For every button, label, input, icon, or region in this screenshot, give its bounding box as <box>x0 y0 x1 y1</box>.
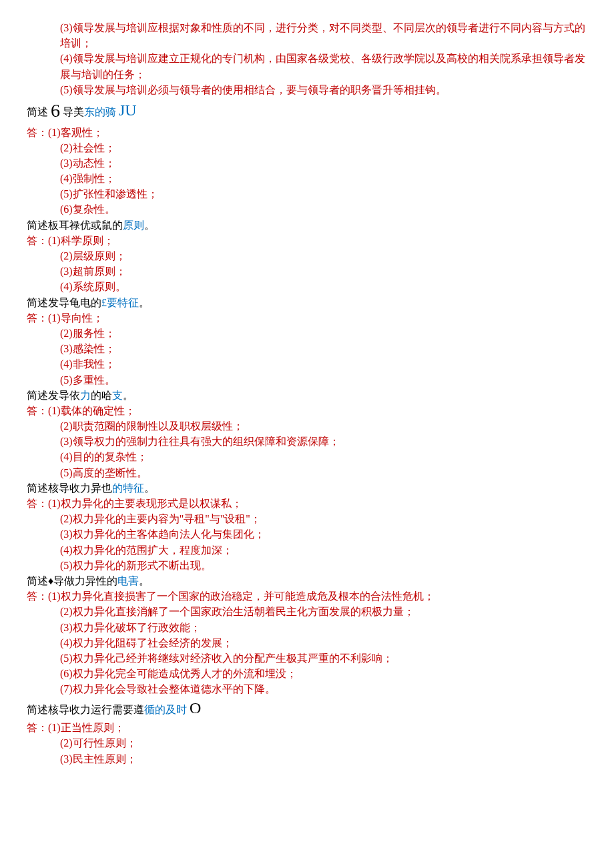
q7-title-blue: 循的及时 <box>144 704 190 715</box>
intro-p5: (5)领导发展与培训必须与领导者的使用相结合，要与领导者的职务晋升等相挂钩。 <box>27 82 587 97</box>
q4-title-blue2: 支 <box>112 390 123 401</box>
q3-item-5: (5)多重性。 <box>27 372 587 388</box>
q4-title: 简述发导依力的哈支。 <box>27 388 587 403</box>
q4-title-blue1: 力 <box>80 390 91 401</box>
q2-title-end: 。 <box>144 220 155 231</box>
q3-title: 简述发导龟电的£要特征。 <box>27 295 587 310</box>
q2-answer-line1: 答：(1)科学原则； <box>27 233 587 248</box>
q1-item-1: (1)客观性； <box>48 127 103 138</box>
q6-item-5: (5)权力异化己经并将继续对经济收入的分配产生极其严重的不利影响； <box>27 650 587 666</box>
q1-answer-line1: 答：(1)客观性； <box>27 125 587 140</box>
q3-title-end: 。 <box>139 297 149 308</box>
q5-item-3: (3)权力异化的主客体趋向法人化与集团化； <box>27 526 587 542</box>
q3-title-black: 简述发导龟电的 <box>27 297 101 308</box>
q7-title-black: 简述核导收力运行需要遵 <box>27 704 144 715</box>
q1-title: 简述 6 导美东的骑 JU <box>27 97 587 125</box>
q7-item-3: (3)民主性原则； <box>27 751 587 767</box>
q5-item-5: (5)权力异化的新形式不断出现。 <box>27 558 587 573</box>
q6-item-7: (7)权力异化会导致社会整体道德水平的下降。 <box>27 681 587 697</box>
answer-label: 答： <box>27 722 48 733</box>
q3-item-3: (3)感染性； <box>27 341 587 356</box>
q7-title: 简述核导收力运行需要遵循的及时 O <box>27 697 587 720</box>
q1-item-3: (3)动态性； <box>27 155 587 171</box>
q4-item-3: (3)领导权力的强制力往往具有强大的组织保障和资源保障； <box>27 434 587 449</box>
q1-item-5: (5)扩张性和渗透性； <box>27 186 587 201</box>
q1-title-big: 6 <box>51 100 60 121</box>
q1-title-blue: 东的骑 <box>84 106 119 117</box>
q1-item-2: (2)社会性； <box>27 140 587 155</box>
q5-item-4: (4)权力异化的范围扩大，程度加深； <box>27 542 587 558</box>
q6-title-blue: 电害 <box>117 575 139 586</box>
q4-title-b2: 的哈 <box>91 390 112 401</box>
q2-title-blue: 原则 <box>123 220 144 231</box>
intro-p4: (4)领导发展与培训应建立正规化的专门机构，由国家各级党校、各级行政学院以及高校… <box>27 51 587 81</box>
answer-label: 答： <box>27 235 48 246</box>
q2-item-1: (1)科学原则； <box>48 235 114 246</box>
q5-title-end: 。 <box>144 482 155 494</box>
intro-p3: (3)领导发展与培训应根据对象和性质的不同，进行分类，对不同类型、不同层次的领导… <box>27 20 587 51</box>
q6-answer-line1: 答：(1)权力异化直接损害了一个国家的政治稳定，并可能造成危及根本的合法性危机； <box>27 588 587 604</box>
q4-item-2: (2)职责范圈的限制性以及职权层级性； <box>27 418 587 434</box>
q5-title: 简述核导收力异也的特征。 <box>27 480 587 496</box>
q3-item-2: (2)服务性； <box>27 326 587 341</box>
q2-title: 简述板耳禄优或鼠的原则。 <box>27 218 587 233</box>
q3-answer-line1: 答：(1)导向性； <box>27 310 587 326</box>
answer-label: 答： <box>27 127 48 138</box>
q7-item-2: (2)可行性原则； <box>27 735 587 751</box>
q6-item-2: (2)权力异化直接消解了一个国家政治生活朝着民主化方面发展的积极力量； <box>27 604 587 619</box>
q1-title-ju: JU <box>119 101 137 119</box>
q5-title-blue: 的特征 <box>112 482 144 494</box>
answer-label: 答： <box>27 312 48 324</box>
q2-item-3: (3)超前原则； <box>27 264 587 279</box>
q7-item-1: (1)正当性原则； <box>48 722 125 733</box>
q6-item-3: (3)权力异化破坏了行政效能； <box>27 620 587 635</box>
q6-title-end: 。 <box>139 575 149 586</box>
q5-answer-line1: 答：(1)权力异化的主要表现形式是以权谋私； <box>27 496 587 511</box>
answer-label: 答： <box>27 590 48 602</box>
q1-item-4: (4)强制性； <box>27 171 587 186</box>
q4-title-end: 。 <box>123 390 133 401</box>
q6-item-6: (6)权力异化完全可能造成优秀人才的外流和埋没； <box>27 666 587 681</box>
q5-item-1: (1)权力异化的主要表现形式是以权谋私； <box>48 498 242 509</box>
q3-item-4: (4)非我性； <box>27 356 587 372</box>
q2-item-2: (2)层级原则； <box>27 248 587 264</box>
q4-title-b1: 简述发导依 <box>27 390 80 401</box>
q4-answer-line1: 答：(1)载体的确定性； <box>27 403 587 418</box>
answer-label: 答： <box>27 405 48 416</box>
q5-item-2: (2)权力异化的主要内容为"寻租"与"设租"； <box>27 511 587 526</box>
q1-item-6: (6)复杂性。 <box>27 201 587 217</box>
answer-label: 答： <box>27 498 48 509</box>
q1-title-pre: 简述 <box>27 106 51 117</box>
q6-title-black: 简述♦导做力异性的 <box>27 575 117 586</box>
q4-item-5: (5)高度的垄断性。 <box>27 465 587 480</box>
q3-item-1: (1)导向性； <box>48 312 103 324</box>
q6-title: 简述♦导做力异性的电害。 <box>27 573 587 588</box>
q7-answer-line1: 答：(1)正当性原则； <box>27 720 587 735</box>
q2-item-4: (4)系统原则。 <box>27 279 587 294</box>
q6-item-4: (4)权力异化阻碍了社会经济的发展； <box>27 635 587 650</box>
q1-title-mid: 导美 <box>60 106 84 117</box>
q4-item-4: (4)目的的复杂性； <box>27 449 587 464</box>
q7-title-big: O <box>190 699 201 717</box>
q3-title-blue: £要特征 <box>101 297 139 308</box>
q4-item-1: (1)载体的确定性； <box>48 405 135 416</box>
q5-title-black: 简述核导收力异也 <box>27 482 112 494</box>
q6-item-1: (1)权力异化直接损害了一个国家的政治稳定，并可能造成危及根本的合法性危机； <box>48 590 434 602</box>
q2-title-black: 简述板耳禄优或鼠的 <box>27 220 123 231</box>
